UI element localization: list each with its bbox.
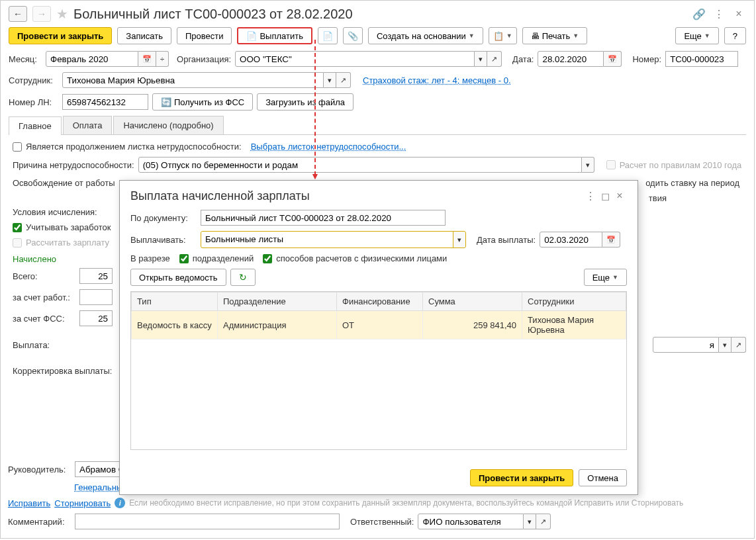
modal-cancel-button[interactable]: Отмена [579,469,627,486]
modal-doc-input[interactable] [201,210,446,226]
modal-more-button[interactable]: Еще ▼ [584,269,627,286]
doc-icon-button[interactable]: 📄 [318,27,338,44]
month-input[interactable] [46,51,138,67]
modal-method-checkbox[interactable] [263,254,272,263]
help-button[interactable]: ? [724,27,746,44]
table-row[interactable]: Ведомость в кассу Администрация ОТ 259 8… [132,311,626,339]
cell-sum: 259 841,40 [423,311,522,339]
nav-back[interactable]: ← [9,6,27,22]
link-icon[interactable]: 🔗 [692,7,706,21]
modal-paydate-group[interactable]: 📅 [540,232,620,248]
resp-input-group[interactable]: ▾ ↗ [418,514,551,529]
dropdown-icon[interactable]: ▾ [582,157,594,173]
refresh-button[interactable]: ↻ [230,269,256,286]
th-sum[interactable]: Сумма [423,292,522,311]
absence-partial: твия [649,193,667,203]
rate-label-partial: одить ставку на период [645,178,739,188]
ln-input[interactable] [62,94,148,110]
pay-button[interactable]: 📄Выплатить [237,27,312,44]
th-dept[interactable]: Подразделение [218,292,337,311]
org-input[interactable] [235,51,475,67]
emp-label: Сотрудник: [9,75,58,85]
tab-payment[interactable]: Оплата [63,116,113,134]
more-button[interactable]: Еще ▼ [675,27,718,44]
dropdown-icon[interactable]: ▾ [524,514,536,529]
menu-icon[interactable]: ⋮ [712,7,726,21]
close-icon[interactable]: × [732,7,746,21]
rules2010-label: Расчет по правилам 2010 года [620,160,742,170]
org-label: Организация: [177,54,231,64]
payment-end-input[interactable] [653,337,719,353]
post-close-button[interactable]: Провести и закрыть [9,27,112,44]
dropdown-icon[interactable]: ▾ [719,337,732,353]
modal-dept-checkbox[interactable] [179,254,189,263]
open-icon[interactable]: ↗ [732,337,746,353]
dropdown-icon[interactable]: ▾ [475,51,487,67]
date-input[interactable] [538,51,604,67]
star-icon[interactable]: ★ [56,6,68,22]
save-button[interactable]: Записать [117,27,171,44]
modal-post-close-button[interactable]: Провести и закрыть [470,469,573,486]
open-icon[interactable]: ↗ [336,72,351,88]
emp-input-group[interactable]: ▾ ↗ [62,72,351,88]
emp-input[interactable] [62,72,324,88]
comment-input[interactable] [75,514,340,529]
consider-earn-checkbox[interactable] [13,223,22,232]
info-icon: i [115,498,125,508]
open-list-button[interactable]: Открыть ведомость [130,269,226,286]
create-based-button[interactable]: Создать на основании ▼ [368,27,483,44]
fix-link[interactable]: Исправить [8,498,50,508]
resp-input[interactable] [418,514,524,529]
cell-fin: ОТ [337,311,423,339]
load-file-button[interactable]: Загрузить из файла [257,93,354,111]
total-input[interactable] [79,268,113,284]
modal-menu-icon[interactable]: ⋮ [583,189,598,203]
print-button[interactable]: 🖶 Печать ▼ [522,27,588,44]
th-fin[interactable]: Финансирование [337,292,423,311]
get-fss-button[interactable]: 🔄 Получить из ФСС [152,93,253,111]
select-sheet-link[interactable]: Выбрать листок нетрудоспособности... [251,142,406,152]
tab-details[interactable]: Начислено (подробно) [113,116,223,134]
stepper-icon[interactable]: ÷ [156,51,169,67]
modal-paydate-input[interactable] [540,232,602,248]
storno-link[interactable]: Сторнировать [54,498,111,508]
dropdown-icon[interactable]: ▾ [453,232,465,248]
modal-pay-input-group[interactable]: ▾ [201,231,466,248]
reason-input[interactable] [138,157,582,173]
continuation-checkbox[interactable] [13,142,22,152]
date-input-group[interactable]: 📅 [538,51,622,67]
position-link[interactable]: Генеральны [74,482,122,492]
copy-icon-button[interactable]: 📋 ▼ [489,27,517,44]
reason-input-group[interactable]: ▾ [138,157,594,173]
total-label: Всего: [13,271,75,281]
stazh-link[interactable]: Страховой стаж: лет - 4; месяцев - 0. [363,75,511,85]
payment-end-group[interactable]: ▾ ↗ [653,337,746,353]
post-button[interactable]: Провести [177,27,232,44]
employer-input[interactable] [79,289,113,305]
calc-salary-label: Рассчитать зарплату [26,238,109,248]
calendar-icon[interactable]: 📅 [602,232,620,248]
org-input-group[interactable]: ▾ ↗ [235,51,502,67]
nav-fwd[interactable]: → [32,6,51,22]
num-input[interactable] [665,51,738,67]
arrow-annotation [314,40,316,175]
resp-label: Ответственный: [350,517,414,527]
fss-input[interactable] [79,310,113,326]
attach-icon-button[interactable]: 📎 [343,27,363,44]
num-label: Номер: [632,54,661,64]
modal-pay-input[interactable] [201,232,453,246]
dropdown-icon[interactable]: ▾ [324,72,336,88]
calendar-icon[interactable]: 📅 [604,51,622,67]
month-input-group[interactable]: 📅 ÷ [46,51,169,67]
open-icon[interactable]: ↗ [536,514,551,529]
modal-close-icon[interactable]: × [612,189,627,203]
modal-paydate-label: Дата выплаты: [477,235,536,245]
th-emp[interactable]: Сотрудники [522,292,626,311]
tab-main[interactable]: Главное [9,116,62,135]
th-type[interactable]: Тип [132,292,218,311]
modal-maximize-icon[interactable]: ◻ [598,189,612,203]
payment-table[interactable]: Тип Подразделение Финансирование Сумма С… [131,292,626,339]
calendar-icon[interactable]: 📅 [138,51,156,67]
open-icon[interactable]: ↗ [487,51,502,67]
head-input[interactable] [75,461,124,477]
